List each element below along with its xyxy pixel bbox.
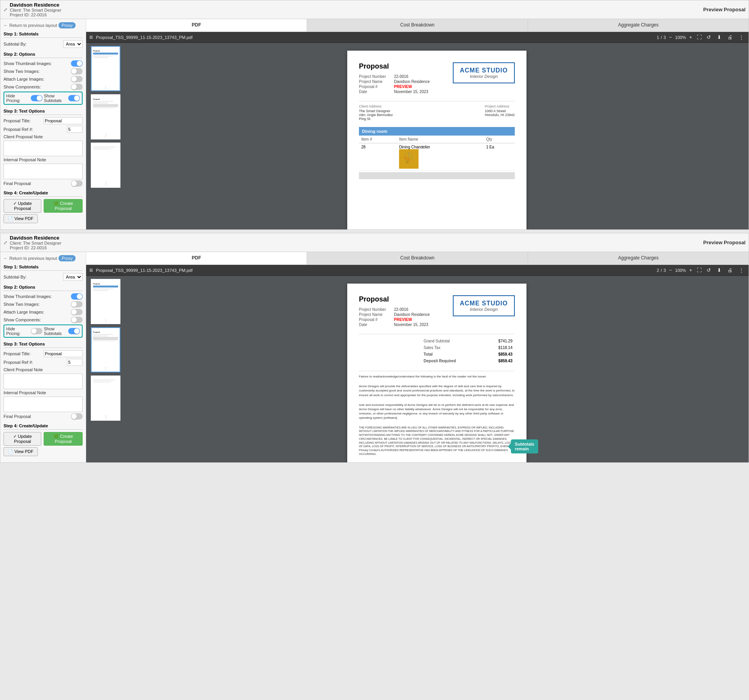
option-row-2: Attach Large Images: (4, 76, 83, 82)
print-button[interactable]: 🖨 (726, 266, 734, 274)
tab-cost-breakdown[interactable]: Cost Breakdown (307, 19, 528, 32)
toggle-2[interactable] (71, 309, 83, 315)
pdf-thumbnail-3[interactable]: 3 (91, 376, 120, 421)
pdf-proposal-title: Proposal (359, 62, 430, 71)
pdf-thumbnail-3[interactable]: 3 (91, 143, 120, 188)
tab-cost-breakdown[interactable]: Cost Breakdown (307, 252, 528, 264)
step2-title: Step 2: Options (4, 285, 83, 291)
hide-pricing-label: Hide Pricing: (6, 326, 29, 336)
create-proposal-button[interactable]: 🌿 Create Proposal (44, 432, 83, 446)
toggle-2[interactable] (71, 76, 83, 82)
fullscreen-button[interactable]: ⛶ (695, 34, 703, 41)
step3-section: Step 3: Text Options Proposal Title: Pro… (4, 109, 83, 187)
client-note-row: Client Proposal Note (4, 367, 83, 372)
toggle-0[interactable] (71, 60, 83, 67)
rotate-button[interactable]: ↺ (705, 34, 712, 41)
proposal-ref-input[interactable] (67, 126, 83, 133)
final-proposal-toggle[interactable] (71, 413, 83, 420)
more-button[interactable]: ⋮ (737, 266, 745, 274)
create-icon: 🌿 (53, 201, 59, 206)
view-pdf-button[interactable]: 📄 View PDF (4, 214, 38, 223)
preview-proposal-title: Preview Proposal (703, 7, 745, 12)
return-btn[interactable]: ← Return to previous layout Proxy (4, 255, 83, 261)
preview-proposal-title: Preview Proposal (703, 240, 745, 245)
final-proposal-row: Final Proposal (4, 180, 83, 187)
view-pdf-button[interactable]: 📄 View PDF (4, 447, 38, 456)
item-qty: 1 Ea (484, 143, 515, 171)
svg-point-4 (410, 156, 414, 160)
pdf-inner: Proposal 1 Proposal 2 3 (86, 276, 749, 462)
toggle-1[interactable] (71, 68, 83, 74)
update-proposal-button[interactable]: ✓ Update Proposal (4, 432, 41, 446)
zoom-out-button[interactable]: − (668, 266, 674, 274)
step4-title: Step 4: Create/Update (4, 190, 83, 197)
hide-pricing-toggle[interactable] (31, 95, 42, 101)
expand-icon[interactable]: ⤢ (4, 7, 7, 12)
client-note-textarea[interactable] (4, 141, 83, 156)
show-subtotals-toggle[interactable] (68, 95, 80, 101)
tab-aggregate-charges[interactable]: Aggregate Charges (528, 252, 749, 264)
hide-pricing-toggle[interactable] (31, 328, 42, 334)
download-button[interactable]: ⬇ (715, 266, 723, 274)
final-proposal-toggle[interactable] (71, 180, 83, 187)
create-proposal-button[interactable]: 🌿 Create Proposal (44, 199, 83, 213)
print-button[interactable]: 🖨 (726, 34, 734, 41)
client-note-textarea[interactable] (4, 374, 83, 389)
footer-text-1: Failure to read/acknowledge/understand t… (359, 374, 515, 379)
table-header: Qty (484, 136, 515, 143)
proposal-ref-input[interactable] (67, 359, 83, 366)
proposal-title-label: Proposal Title: (4, 118, 44, 123)
pdf-thumbnail-2[interactable]: Proposal 2 (91, 327, 120, 372)
menu-icon[interactable]: ≡ (89, 34, 93, 41)
pdf-thumbnail-1[interactable]: Proposal 1 (91, 46, 120, 91)
project-name: Davidson Residence (10, 235, 61, 241)
rotate-button[interactable]: ↺ (705, 266, 712, 274)
project-name: Davidson Residence (10, 2, 61, 8)
client-name: The Smart Designer (359, 109, 393, 113)
update-icon: ✓ (13, 434, 17, 439)
proposal-title-input[interactable] (44, 350, 83, 357)
download-button[interactable]: ⬇ (715, 34, 723, 41)
toggle-1[interactable] (71, 301, 83, 307)
sidebar: ← Return to previous layout Proxy Step 1… (0, 252, 86, 462)
show-subtotals-toggle[interactable] (68, 328, 80, 334)
expand-icon[interactable]: ⤢ (4, 240, 7, 245)
subtotal-label: Subtotal By: (4, 275, 63, 279)
zoom-in-button[interactable]: + (687, 34, 694, 41)
label-proposal-num: Proposal # (359, 85, 394, 89)
tab-pdf[interactable]: PDF (86, 252, 307, 264)
return-btn[interactable]: ← Return to previous layout Proxy (4, 22, 83, 28)
project-id: Project ID: 22-0016 (10, 12, 61, 17)
pdf-thumbnail-1[interactable]: Proposal 1 (91, 279, 120, 324)
total-label: Total (422, 351, 483, 357)
window-titlebar: ⤢ Davidson Residence Client: The Smart D… (0, 233, 749, 252)
fullscreen-button[interactable]: ⛶ (695, 266, 703, 274)
window-title-block: Davidson Residence Client: The Smart Des… (10, 2, 61, 17)
tab-aggregate-charges[interactable]: Aggregate Charges (528, 19, 749, 32)
internal-note-textarea[interactable] (4, 164, 83, 179)
subtotal-select[interactable]: Area (63, 40, 83, 48)
value-proposal-num: PREVIEW (394, 85, 412, 89)
zoom-in-button[interactable]: + (687, 266, 694, 274)
proposal-title-input[interactable] (44, 117, 83, 124)
toggle-0[interactable] (71, 293, 83, 300)
proposal-ref-label: Proposal Ref #: (4, 360, 67, 365)
pdf-page-controls: 2 / 3 − 100% + ⛶ ↺ (657, 266, 712, 274)
menu-icon[interactable]: ≡ (89, 267, 93, 274)
pdf-main-view: Proposal Project Number22-0016 Project N… (125, 43, 749, 229)
project-id: Project ID: 22-0016 (10, 245, 61, 250)
subtotal-select[interactable]: Area (63, 273, 83, 281)
more-button[interactable]: ⋮ (737, 34, 745, 41)
step1-title: Step 1: Subtotals (4, 264, 83, 271)
update-proposal-button[interactable]: ✓ Update Proposal (4, 199, 41, 213)
toggle-3[interactable] (71, 84, 83, 90)
tab-pdf[interactable]: PDF (86, 19, 307, 32)
internal-note-textarea[interactable] (4, 397, 83, 412)
zoom-out-button[interactable]: − (668, 34, 674, 41)
pdf-thumbnail-2[interactable]: Proposal 2 (91, 94, 120, 139)
toggle-3[interactable] (71, 317, 83, 323)
label-project-number: Project Number (359, 307, 394, 312)
option-row-2: Attach Large Images: (4, 309, 83, 315)
step1-section: Step 1: Subtotals Subtotal By: Area (4, 32, 83, 48)
grand-subtotal-value: $741.29 (484, 338, 514, 344)
